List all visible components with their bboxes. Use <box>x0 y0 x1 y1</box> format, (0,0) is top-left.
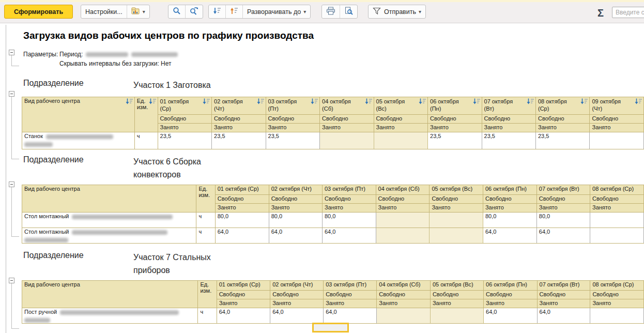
quick-search-input[interactable] <box>612 7 644 18</box>
hours-cell[interactable]: 23,5 <box>212 132 266 149</box>
collapse-group-button[interactable] <box>9 278 14 283</box>
hours-cell[interactable]: 64,0 <box>324 308 377 324</box>
date-column-header[interactable]: 04 октября(Сб) <box>320 97 374 115</box>
date-column-header[interactable]: 05 октября (Вс) <box>430 185 483 195</box>
hours-cell[interactable]: 23,5 <box>482 132 535 149</box>
table-row: Стол монтажныйч64,064,064,064,064,0 <box>22 228 644 244</box>
date-column-header[interactable]: 03 октября (Пт) <box>322 185 376 195</box>
collapse-group-button[interactable] <box>9 91 14 97</box>
hours-cell[interactable] <box>590 132 644 149</box>
date-column-header[interactable]: 06 октября(Пн) <box>428 97 482 115</box>
date-column-header[interactable]: 04 октября (Сб) <box>377 281 431 291</box>
date-column-header[interactable]: 07 октября (Вт) <box>536 185 590 195</box>
hours-cell[interactable]: 80,0 <box>269 213 322 228</box>
hours-cell[interactable]: 23,5 <box>158 132 211 149</box>
hours-cell[interactable]: 80,0 <box>536 213 590 228</box>
expand-to-button[interactable]: Разворачивать до ▾ <box>242 5 310 18</box>
hours-cell[interactable]: 64,0 <box>322 228 376 244</box>
hours-cell[interactable]: 64,0 <box>537 308 590 324</box>
generate-button[interactable]: Сформировать <box>4 5 73 19</box>
hours-cell[interactable]: 64,0 <box>484 308 538 324</box>
unit-cell[interactable]: ч <box>196 228 215 244</box>
hours-cell[interactable]: 23,5 <box>536 132 590 149</box>
date-column-header[interactable]: 05 октября(Вс) <box>374 97 427 115</box>
hours-cell[interactable] <box>320 132 374 149</box>
date-column-header[interactable]: 02 октября (Чт) <box>270 281 324 291</box>
hours-cell[interactable]: 80,0 <box>215 213 269 228</box>
send-button[interactable]: Отправить ▾ <box>369 5 425 18</box>
work-center-name-cell[interactable]: Пост ручной <box>22 308 198 324</box>
hours-cell[interactable]: 64,0 <box>483 228 536 244</box>
expand-groups-button[interactable] <box>225 5 242 18</box>
busy-subheader: Занято <box>428 124 482 132</box>
date-column-header[interactable]: 08 октября(Ср) <box>536 97 590 115</box>
busy-subheader: Занято <box>212 124 266 132</box>
unit-cell[interactable]: ч <box>134 132 158 149</box>
hours-cell[interactable] <box>590 213 644 228</box>
hours-cell[interactable]: 23,5 <box>266 132 319 149</box>
work-center-name-cell[interactable]: Станок <box>22 132 135 149</box>
date-column-header[interactable]: 05 октября (Вс) <box>430 281 483 291</box>
hours-cell[interactable] <box>374 132 427 149</box>
date-column-header[interactable]: 09 октября(Чт) <box>590 97 644 115</box>
hours-cell[interactable] <box>430 308 483 324</box>
hours-cell[interactable] <box>430 228 483 244</box>
print-preview-button[interactable] <box>340 5 357 18</box>
date-column-header[interactable]: 03 октября (Пт) <box>324 281 377 291</box>
hours-cell[interactable] <box>590 308 644 324</box>
hours-cell[interactable]: 64,0 <box>269 228 322 244</box>
unit-column-header[interactable]: Ед. изм. <box>134 97 158 132</box>
date-column-header[interactable]: 03 октября(Пт) <box>266 97 319 115</box>
unit-column-header[interactable]: Ед. изм. <box>196 185 215 213</box>
date-column-header[interactable]: 01 октября (Ср) <box>215 185 269 195</box>
unit-column-header[interactable]: Ед. изм. <box>198 281 217 308</box>
print-button[interactable] <box>322 5 340 18</box>
free-subheader: Свободно <box>484 291 538 299</box>
settings-button[interactable]: Настройки... <box>81 5 127 18</box>
hours-cell[interactable]: 64,0 <box>215 228 269 244</box>
work-center-column-header[interactable]: Вид рабочего центра <box>22 185 196 213</box>
hours-cell[interactable] <box>590 228 644 244</box>
date-column-header[interactable]: 07 октября (Вт) <box>537 281 590 291</box>
hours-cell[interactable]: 23,5 <box>428 132 482 149</box>
hours-cell[interactable]: 80,0 <box>483 213 536 228</box>
date-column-header[interactable]: 02 октября (Чт) <box>269 185 322 195</box>
date-column-header[interactable]: 07 октября(Вт) <box>482 97 535 115</box>
hours-cell[interactable] <box>376 228 430 244</box>
work-center-name-cell[interactable]: Стол монтажный <box>22 213 196 228</box>
date-column-header[interactable]: 08 октября (Ср) <box>590 281 644 291</box>
collapse-group-button[interactable] <box>9 181 14 187</box>
hours-cell[interactable]: 64,0 <box>270 308 324 324</box>
find-button[interactable] <box>168 5 185 18</box>
hours-cell[interactable]: 80,0 <box>322 213 376 228</box>
report-variants-button[interactable]: ▾ <box>127 5 149 18</box>
date-column-header[interactable]: 06 октября (Пн) <box>484 281 538 291</box>
date-column-header[interactable]: 06 октября (Пн) <box>483 185 536 195</box>
date-column-header[interactable]: 01 октября(Ср) <box>158 97 211 115</box>
sort-icon <box>149 98 157 105</box>
collapse-groups-button[interactable] <box>209 5 225 18</box>
work-center-column-header[interactable]: Вид рабочего центра <box>22 281 198 308</box>
hours-cell[interactable]: 64,0 <box>536 228 590 244</box>
hours-cell[interactable] <box>376 213 430 228</box>
free-subheader: Свободно <box>215 195 269 204</box>
work-center-column-header[interactable]: Вид рабочего центра <box>22 97 135 132</box>
find-next-button[interactable] <box>185 5 203 18</box>
hours-cell[interactable] <box>377 308 431 324</box>
date-column-header[interactable]: 01 октября (Ср) <box>217 281 270 291</box>
dropdown-caret-icon: ▾ <box>419 9 421 14</box>
work-center-name-cell[interactable]: Стол монтажный <box>22 228 196 244</box>
selected-cell[interactable] <box>312 323 349 332</box>
unit-cell[interactable]: ч <box>196 213 215 228</box>
date-column-header[interactable]: 08 октября (Ср) <box>590 185 644 195</box>
hours-cell[interactable] <box>430 213 483 228</box>
hours-cell[interactable]: 64,0 <box>217 308 270 324</box>
date-column-header[interactable]: 02 октября(Чт) <box>212 97 266 115</box>
free-subheader: Свободно <box>428 115 482 124</box>
search-next-icon <box>190 7 198 17</box>
collapse-group-button[interactable] <box>9 50 14 55</box>
unit-cell[interactable]: ч <box>198 308 217 324</box>
date-column-header[interactable]: 04 октября (Сб) <box>376 185 430 195</box>
department-value: Участок 6 Сборка конвекторов <box>133 155 239 181</box>
free-subheader: Свободно <box>537 291 590 299</box>
